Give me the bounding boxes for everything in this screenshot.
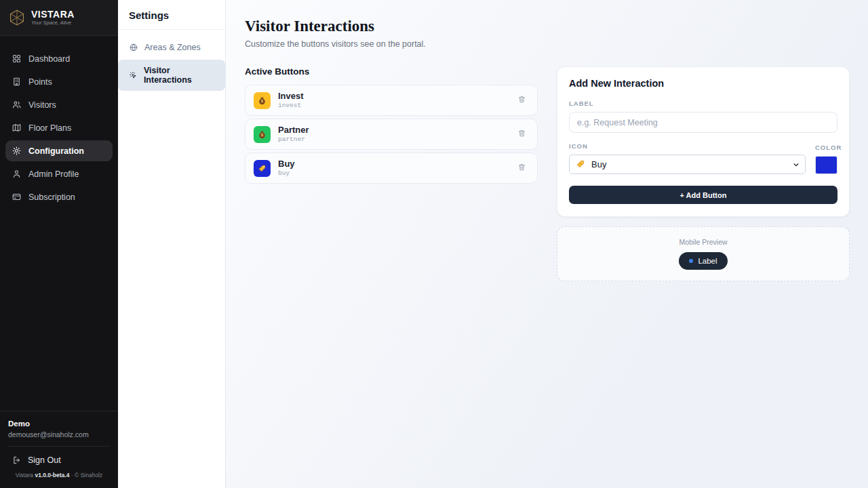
color-field-label: COLOR	[815, 144, 839, 151]
user-name: Demo	[8, 420, 110, 428]
trash-icon	[517, 95, 526, 104]
users-icon	[12, 100, 22, 110]
sidebar-footer: Demo demouser@sinaholz.com Sign Out Vist…	[0, 411, 118, 488]
person-icon	[12, 169, 22, 179]
interaction-key: buy	[278, 169, 515, 177]
trash-icon	[517, 163, 526, 171]
svg-text:$: $	[261, 133, 263, 137]
interaction-key: partner	[278, 136, 515, 143]
app-version: v1.0.0-beta.4	[35, 472, 69, 479]
sidebar-item-label: Admin Profile	[28, 169, 79, 179]
svg-text:$: $	[261, 99, 263, 103]
active-button-row: $ Invest invest	[245, 85, 538, 116]
add-interaction-section: Add New Interaction LABEL ICON Buy	[557, 66, 850, 281]
main-content: Visitor Interactions Customize the butto…	[226, 0, 868, 488]
page-title: Visitor Interactions	[245, 18, 850, 35]
sidebar-item-label: Subscription	[28, 192, 75, 202]
add-interaction-card: Add New Interaction LABEL ICON Buy	[557, 66, 850, 217]
separator: ·	[71, 472, 73, 479]
settings-item-label: Visitor Interactions	[144, 66, 214, 85]
page-subtitle: Customize the buttons visitors see on th…	[245, 39, 850, 49]
money-bag-icon: $	[258, 96, 267, 105]
logout-icon	[12, 455, 22, 465]
settings-item-label: Areas & Zones	[144, 43, 201, 52]
sidebar-item-floor-plans[interactable]: Floor Plans	[5, 117, 113, 138]
sidebar-item-label: Dashboard	[28, 54, 70, 64]
gear-icon	[12, 146, 22, 156]
preview-label: Label	[698, 257, 717, 265]
vistara-logo-icon	[8, 9, 26, 26]
sidebar-item-label: Points	[28, 77, 52, 87]
sign-out-label: Sign Out	[28, 455, 61, 465]
delete-interaction-button[interactable]	[515, 92, 529, 108]
sign-out-button[interactable]: Sign Out	[8, 447, 110, 472]
interaction-label: Invest	[278, 92, 515, 102]
color-swatch[interactable]	[815, 156, 837, 174]
mobile-preview-card: Mobile Preview Label	[557, 226, 850, 281]
sidebar-item-visitors[interactable]: Visitors	[5, 94, 113, 115]
settings-item-areas-zones[interactable]: Areas & Zones	[118, 37, 225, 58]
delete-interaction-button[interactable]	[515, 126, 529, 142]
user-email: demouser@sinaholz.com	[8, 430, 110, 447]
version-line: Vistara v1.0.0-beta.4 · © Sinaholz	[8, 472, 110, 481]
interaction-key: invest	[278, 102, 515, 109]
active-button-row: $ Partner partner	[245, 119, 538, 150]
preview-pill-button: Label	[679, 252, 727, 270]
app-name: Vistara	[16, 472, 33, 479]
label-field-label: LABEL	[569, 100, 837, 107]
add-interaction-heading: Add New Interaction	[569, 78, 837, 89]
sidebar-item-configuration[interactable]: Configuration	[5, 140, 113, 161]
settings-title: Settings	[118, 0, 225, 30]
sidebar-item-label: Visitors	[28, 100, 56, 110]
interaction-label: Buy	[278, 159, 515, 169]
icon-select-wrap: Buy	[569, 155, 806, 174]
interaction-label: Partner	[278, 125, 515, 136]
label-input[interactable]	[569, 112, 837, 133]
sidebar-item-label: Floor Plans	[28, 123, 71, 133]
active-button-row: Buy buy	[245, 152, 538, 184]
add-button[interactable]: + Add Button	[569, 186, 837, 204]
copyright: © Sinaholz	[75, 472, 102, 479]
credit-card-icon	[12, 192, 22, 202]
app-sidebar: VISTARA Your Space, Alive Dashboard Poin…	[0, 0, 118, 488]
active-buttons-section: Active Buttons $ Invest invest $ Pa	[245, 66, 538, 281]
preview-dot	[689, 259, 693, 263]
brand-name: VISTARA	[31, 9, 75, 20]
mobile-preview-title: Mobile Preview	[679, 238, 727, 246]
settings-sidebar: Settings Areas & Zones Visitor Interacti…	[118, 0, 226, 488]
brand-header: VISTARA Your Space, Alive	[0, 0, 118, 36]
interaction-icon-badge: $	[254, 126, 271, 143]
brand-tagline: Your Space, Alive	[31, 20, 75, 26]
tag-icon	[258, 164, 267, 173]
trash-icon	[517, 129, 526, 138]
building-icon	[12, 77, 22, 87]
icon-field-label: ICON	[569, 142, 806, 150]
settings-item-visitor-interactions[interactable]: Visitor Interactions	[118, 60, 225, 91]
money-bag-icon: $	[258, 130, 267, 139]
interaction-icon-badge	[254, 160, 271, 177]
sidebar-item-label: Configuration	[28, 146, 84, 156]
dashboard-grid-icon	[12, 54, 22, 64]
active-buttons-heading: Active Buttons	[245, 66, 538, 77]
icon-select[interactable]: Buy	[569, 155, 806, 174]
globe-icon	[129, 43, 138, 52]
sidebar-item-dashboard[interactable]: Dashboard	[5, 48, 113, 69]
interaction-icon-badge: $	[254, 92, 271, 109]
sidebar-item-subscription[interactable]: Subscription	[5, 186, 113, 207]
sidebar-item-points[interactable]: Points	[5, 71, 113, 92]
sidebar-item-admin-profile[interactable]: Admin Profile	[5, 163, 113, 184]
cursor-click-icon	[129, 70, 138, 80]
delete-interaction-button[interactable]	[515, 160, 529, 176]
map-icon	[12, 123, 22, 133]
sidebar-nav: Dashboard Points Visitors Floor Plans Co…	[0, 36, 118, 209]
